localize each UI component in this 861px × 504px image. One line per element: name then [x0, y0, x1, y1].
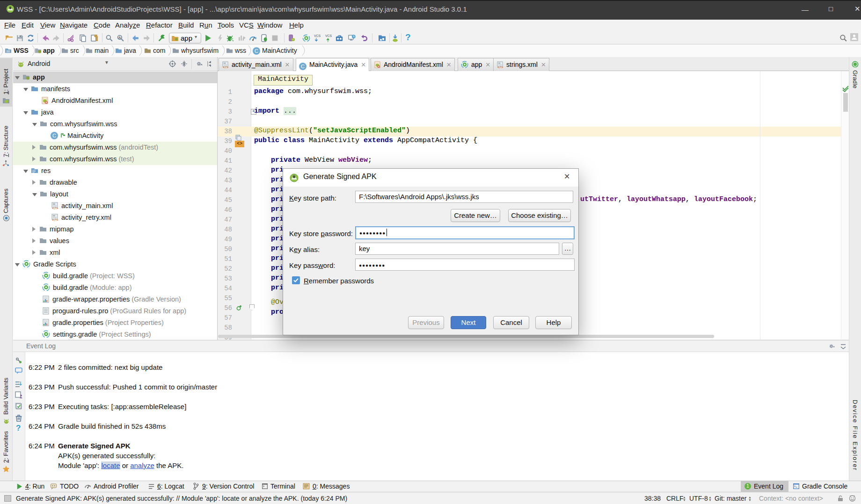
svg-text:VCS: VCS — [325, 34, 332, 37]
svg-text:VCS: VCS — [314, 34, 321, 37]
svg-text:</>: </> — [497, 65, 503, 68]
svg-text:</>: </> — [223, 65, 229, 68]
svg-text:</>: </> — [52, 206, 58, 210]
svg-text:</>: </> — [52, 218, 58, 222]
svg-text:A: A — [118, 36, 121, 40]
